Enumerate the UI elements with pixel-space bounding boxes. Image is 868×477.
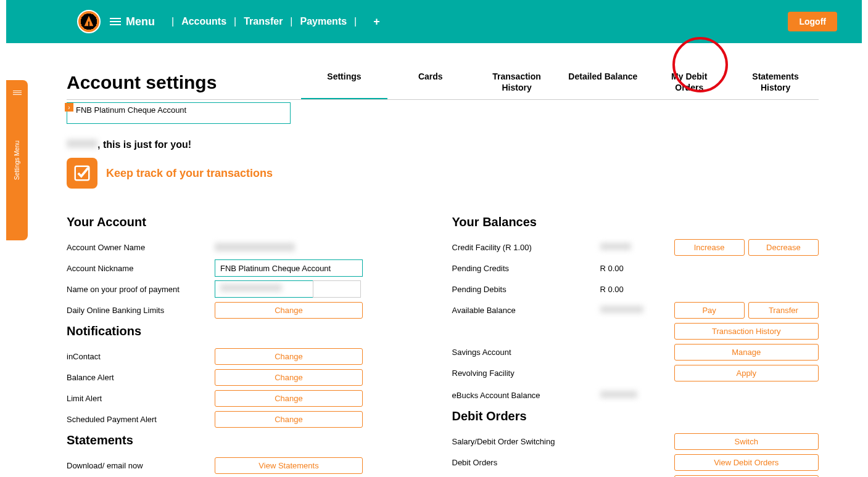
- topbar: Menu | Accounts | Transfer | Payments | …: [6, 0, 862, 43]
- switch-button[interactable]: Switch: [674, 433, 819, 450]
- redacted-owner: [215, 243, 295, 251]
- redacted-credit: [600, 243, 631, 250]
- tab-settings[interactable]: Settings: [301, 65, 387, 99]
- menu-button[interactable]: Menu: [110, 15, 155, 28]
- view-debit-orders-button[interactable]: View Debit Orders: [674, 454, 819, 471]
- nickname-input[interactable]: [215, 259, 363, 277]
- your-account-heading: Your Account: [67, 215, 434, 229]
- owner-label: Account Owner Name: [67, 243, 215, 252]
- redacted-ebucks: [600, 391, 637, 398]
- increase-button[interactable]: Increase: [674, 239, 745, 256]
- available-balance-label: Available Balance: [452, 306, 600, 315]
- decrease-button[interactable]: Decrease: [748, 239, 819, 256]
- plus-button[interactable]: +: [373, 15, 380, 28]
- change-incontact-button[interactable]: Change: [215, 348, 363, 365]
- redacted-available: [600, 306, 643, 313]
- nav-accounts[interactable]: Accounts: [181, 16, 226, 27]
- promo-banner[interactable]: Keep track of your transactions: [67, 158, 819, 189]
- nav-payments[interactable]: Payments: [300, 16, 347, 27]
- statements-heading: Statements: [67, 433, 434, 447]
- nav-transfer[interactable]: Transfer: [244, 16, 283, 27]
- change-scheduled-alert-button[interactable]: Change: [215, 411, 363, 428]
- redacted-name: [67, 139, 97, 148]
- content: Account settings Settings Cards Transact…: [0, 43, 868, 477]
- incontact-label: inContact: [67, 352, 215, 361]
- proof-label: Name on your proof of payment: [67, 285, 215, 294]
- savings-label: Savings Account: [452, 348, 600, 357]
- tabs: Settings Cards Transaction History Detai…: [301, 65, 819, 99]
- manage-savings-button[interactable]: Manage: [674, 344, 819, 361]
- account-selector[interactable]: › FNB Platinum Cheque Account: [67, 102, 291, 124]
- account-selector-value: FNB Platinum Cheque Account: [76, 105, 186, 115]
- proof-input-1[interactable]: [215, 280, 313, 298]
- scheduled-alert-label: Scheduled Payment Alert: [67, 415, 215, 424]
- logoff-button[interactable]: Logoff: [788, 12, 837, 31]
- pending-debits-label: Pending Debits: [452, 285, 600, 294]
- pay-button[interactable]: Pay: [674, 302, 745, 319]
- checkbox-icon: [67, 158, 97, 189]
- limit-alert-label: Limit Alert: [67, 394, 215, 403]
- change-balance-alert-button[interactable]: Change: [215, 369, 363, 386]
- tab-cards[interactable]: Cards: [387, 65, 474, 99]
- limits-label: Daily Online Banking Limits: [67, 306, 215, 315]
- pending-credits-label: Pending Credits: [452, 264, 600, 273]
- download-label: Download/ email now: [67, 461, 215, 470]
- view-statements-button[interactable]: View Statements: [215, 457, 363, 474]
- revolving-label: Revolving Facility: [452, 369, 600, 378]
- proof-input-2[interactable]: [313, 280, 361, 298]
- balance-alert-label: Balance Alert: [67, 373, 215, 382]
- fnb-logo: [77, 10, 101, 33]
- your-balances-heading: Your Balances: [452, 215, 819, 229]
- tab-my-debit-orders[interactable]: My Debit Orders: [646, 65, 732, 99]
- transfer-button[interactable]: Transfer: [748, 302, 819, 319]
- transaction-history-button[interactable]: Transaction History: [674, 323, 819, 340]
- salary-switch-label: Salary/Debit Order Switching: [452, 437, 600, 446]
- page-title: Account settings: [67, 72, 301, 99]
- debit-orders-label: Debit Orders: [452, 458, 600, 467]
- greeting: , this is just for you!: [67, 139, 819, 150]
- left-column: Your Account Account Owner Name Account …: [67, 210, 434, 477]
- change-limits-button[interactable]: Change: [215, 302, 363, 319]
- notifications-heading: Notifications: [67, 324, 434, 338]
- tab-statements-history[interactable]: Statements History: [732, 65, 819, 99]
- apply-revolving-button[interactable]: Apply: [674, 365, 819, 381]
- svg-rect-0: [88, 22, 89, 26]
- menu-label: Menu: [126, 15, 155, 28]
- right-column: Your Balances Credit Facility (R 1.00) I…: [452, 210, 819, 477]
- debit-orders-heading: Debit Orders: [452, 409, 819, 423]
- ebucks-label: eBucks Account Balance: [452, 391, 600, 400]
- header-row: Account settings Settings Cards Transact…: [67, 65, 819, 100]
- nickname-label: Account Nickname: [67, 264, 215, 273]
- change-limit-alert-button[interactable]: Change: [215, 390, 363, 407]
- chevron-right-icon: ›: [65, 103, 73, 112]
- hamburger-icon: [110, 16, 121, 27]
- tab-detailed-balance[interactable]: Detailed Balance: [560, 65, 646, 99]
- credit-facility-label: Credit Facility (R 1.00): [452, 243, 600, 252]
- pending-debits-value: R 0.00: [600, 285, 674, 294]
- promo-text: Keep track of your transactions: [106, 167, 273, 180]
- pending-credits-value: R 0.00: [600, 264, 674, 273]
- tab-transaction-history[interactable]: Transaction History: [474, 65, 560, 99]
